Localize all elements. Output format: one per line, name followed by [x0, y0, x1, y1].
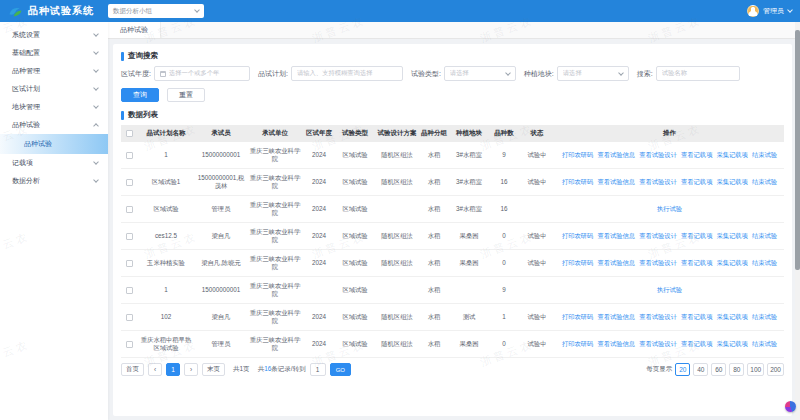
action-link[interactable]: 打印农研码: [562, 340, 593, 349]
sidebar-item-6[interactable]: 品种试验: [0, 116, 108, 134]
plot-input[interactable]: 请选择: [557, 66, 629, 81]
action-link[interactable]: 查看试验信息: [597, 151, 635, 160]
page-size-20[interactable]: 20: [675, 363, 690, 376]
action-link[interactable]: 结束试验: [752, 340, 777, 349]
placeholder-text: 试验名称: [662, 69, 734, 78]
select-all-checkbox[interactable]: [126, 130, 133, 137]
cell-plot: 3#水稻室: [449, 196, 489, 223]
sidebar-item-label: 数据分析: [12, 176, 40, 186]
search-label-region-year: 区试年度:: [121, 69, 151, 79]
scrollbar[interactable]: [795, 22, 800, 420]
row-checkbox[interactable]: [126, 233, 133, 240]
cell-plan-name: 玉米种植实验: [137, 250, 195, 277]
page-size-80[interactable]: 80: [729, 363, 744, 376]
last-page-button[interactable]: 末页: [202, 363, 225, 376]
action-link[interactable]: 采集记载项: [716, 232, 747, 241]
action-link[interactable]: 采集记载项: [716, 340, 747, 349]
action-link[interactable]: 打印农研码: [562, 178, 593, 187]
next-page-button[interactable]: ›: [184, 363, 198, 376]
action-link[interactable]: 打印农研码: [562, 232, 593, 241]
cell-count: 16: [489, 169, 519, 196]
avatar: [747, 5, 759, 17]
sidebar-item-2[interactable]: 基础配置: [0, 44, 108, 62]
action-link[interactable]: 打印农研码: [562, 151, 593, 160]
action-link[interactable]: 查看试验信息: [597, 259, 635, 268]
action-link[interactable]: 结束试验: [752, 151, 777, 160]
action-link[interactable]: 查看记载项: [681, 178, 712, 187]
sidebar-item-3[interactable]: 品种管理: [0, 62, 108, 80]
first-page-button[interactable]: 首页: [121, 363, 144, 376]
page-size-60[interactable]: 60: [711, 363, 726, 376]
user-menu[interactable]: 管理员: [747, 5, 792, 17]
scrollbar-thumb[interactable]: [795, 30, 800, 270]
sidebar-item-8[interactable]: 数据分析: [0, 172, 108, 190]
action-link[interactable]: 采集记载项: [716, 151, 747, 160]
action-link[interactable]: 采集记载项: [716, 178, 747, 187]
main-content: 品种试验 查询搜索 区试年度:选择一个或多个年品试计划:请输入、支持模糊查询选择…: [108, 22, 800, 420]
action-link[interactable]: 采集记载项: [716, 313, 747, 322]
action-link[interactable]: 查看试验信息: [597, 232, 635, 241]
action-link[interactable]: 结束试验: [752, 313, 777, 322]
cell-count: 0: [489, 223, 519, 250]
sidebar-subitem[interactable]: 品种试验: [0, 134, 108, 154]
action-link[interactable]: 查看记载项: [681, 232, 712, 241]
page-size-200[interactable]: 200: [767, 363, 784, 376]
action-link[interactable]: 采集记载项: [716, 259, 747, 268]
floating-widget-icon[interactable]: [785, 401, 796, 412]
row-checkbox[interactable]: [126, 152, 133, 159]
action-link[interactable]: 查看试验设计: [639, 340, 677, 349]
sidebar-item-5[interactable]: 地块管理: [0, 98, 108, 116]
placeholder-text: 请选择: [450, 69, 503, 78]
action-link[interactable]: 查看试验设计: [639, 259, 677, 268]
action-link[interactable]: 查看试验设计: [639, 151, 677, 160]
row-checkbox[interactable]: [126, 260, 133, 267]
action-link[interactable]: 打印农研码: [562, 313, 593, 322]
cell-plan-name: 区域试验: [137, 196, 195, 223]
action-link[interactable]: 查看试验设计: [639, 232, 677, 241]
action-link[interactable]: 执行试验: [657, 286, 682, 295]
action-link[interactable]: 查看试验信息: [597, 178, 635, 187]
sidebar-item-4[interactable]: 区试计划: [0, 80, 108, 98]
trial-plan-input[interactable]: 请输入、支持模糊查询选择: [291, 66, 403, 81]
row-checkbox[interactable]: [126, 287, 133, 294]
action-link[interactable]: 查看试验设计: [639, 178, 677, 187]
keyword-input[interactable]: 试验名称: [656, 66, 740, 81]
sidebar-item-label: 基础配置: [12, 48, 40, 58]
prev-page-button[interactable]: ‹: [148, 363, 162, 376]
page-number-button[interactable]: 1: [166, 363, 180, 376]
action-link[interactable]: 查看记载项: [681, 259, 712, 268]
column-header: 品种数: [489, 125, 519, 142]
column-header: 品试计划名称: [137, 125, 195, 142]
team-select-dropdown[interactable]: 数据分析小组: [108, 4, 204, 18]
row-checkbox[interactable]: [126, 179, 133, 186]
row-checkbox[interactable]: [126, 206, 133, 213]
reset-button[interactable]: 重置: [167, 88, 205, 102]
action-link[interactable]: 查看记载项: [681, 151, 712, 160]
action-link[interactable]: 打印农研码: [562, 259, 593, 268]
action-link[interactable]: 查看试验设计: [639, 313, 677, 322]
row-checkbox[interactable]: [126, 341, 133, 348]
action-link[interactable]: 结束试验: [752, 178, 777, 187]
cell-status: 试验中: [519, 142, 555, 169]
row-checkbox[interactable]: [126, 314, 133, 321]
page-goto-input[interactable]: [310, 363, 326, 376]
cell-status: [519, 196, 555, 223]
action-link[interactable]: 查看试验信息: [597, 313, 635, 322]
action-link[interactable]: 结束试验: [752, 232, 777, 241]
sidebar-item-1[interactable]: 系统设置: [0, 26, 108, 44]
query-button[interactable]: 查询: [121, 88, 159, 102]
cell-tester: 梁自凡: [195, 304, 247, 331]
page-size-100[interactable]: 100: [747, 363, 764, 376]
action-link[interactable]: 查看记载项: [681, 340, 712, 349]
sidebar-item-7[interactable]: 记载项: [0, 154, 108, 172]
action-link[interactable]: 结束试验: [752, 259, 777, 268]
action-link[interactable]: 查看试验信息: [597, 340, 635, 349]
region-year-input[interactable]: 选择一个或多个年: [154, 66, 250, 81]
tab-variety-test[interactable]: 品种试验: [108, 22, 161, 38]
cell-plan-name: 重庆水稻中稻早熟区域试验: [137, 331, 195, 358]
action-link[interactable]: 查看记载项: [681, 313, 712, 322]
page-size-40[interactable]: 40: [693, 363, 708, 376]
test-type-input[interactable]: 请选择: [444, 66, 516, 81]
go-button[interactable]: GO: [330, 363, 351, 376]
action-link[interactable]: 执行试验: [657, 205, 682, 214]
